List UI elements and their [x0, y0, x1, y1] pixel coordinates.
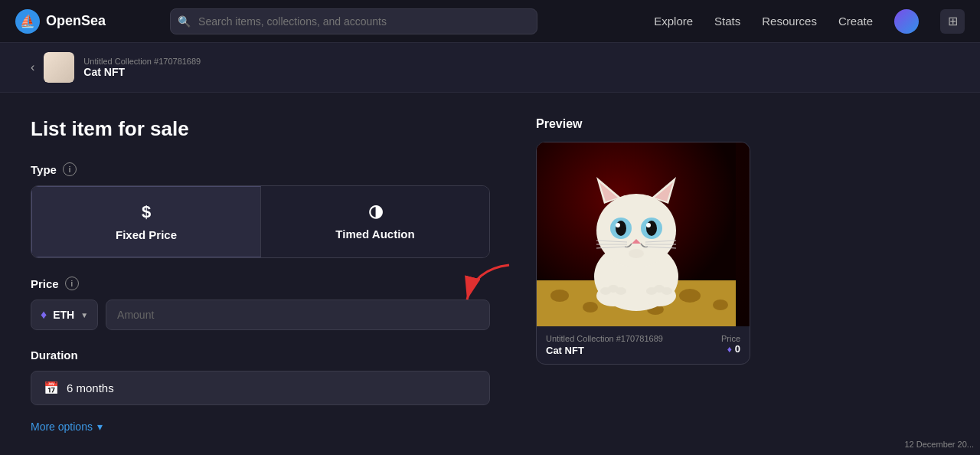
svg-point-9	[713, 300, 728, 310]
wallet-icon[interactable]: ⊞	[940, 9, 965, 34]
more-options-label: More options	[31, 421, 93, 433]
nav-resources[interactable]: Resources	[762, 15, 817, 28]
duration-field-label: Duration	[31, 349, 490, 362]
price-info-icon[interactable]: i	[65, 277, 79, 290]
amount-input[interactable]	[106, 300, 490, 330]
price-row: ♦ ETH ▼	[31, 300, 490, 330]
nft-thumbnail	[44, 52, 74, 83]
navbar: ⛵ OpenSea 🔍 Explore Stats Resources Crea…	[0, 0, 980, 43]
type-info-icon[interactable]: i	[63, 162, 77, 176]
avatar[interactable]	[894, 9, 919, 34]
preview-collection: Untitled Collection #170781689	[546, 334, 663, 343]
preview-price-label: Price	[721, 334, 740, 343]
preview-info: Untitled Collection #170781689 Cat NFT P…	[537, 326, 750, 364]
price-field-label: Price i	[31, 277, 490, 290]
chevron-down-icon: ▼	[80, 311, 88, 319]
cat-image	[537, 142, 750, 326]
duration-field[interactable]: 📅 6 months	[31, 371, 490, 405]
svg-point-19	[646, 221, 657, 236]
nft-thumb-img	[44, 52, 74, 83]
svg-point-4	[550, 290, 569, 302]
preview-nft-name: Cat NFT	[546, 345, 663, 356]
cat-svg	[537, 142, 736, 326]
date-label: 12 December 20...	[905, 440, 975, 449]
svg-point-33	[616, 287, 626, 295]
nav-stats[interactable]: Stats	[714, 15, 740, 28]
timed-auction-option[interactable]: ◑ Timed Auction	[261, 186, 489, 257]
breadcrumb-collection: Untitled Collection #170781689	[83, 57, 201, 66]
svg-point-20	[616, 223, 620, 228]
more-options-chevron: ▾	[97, 421, 103, 433]
type-field-label: Type i	[31, 162, 490, 176]
nav-explore[interactable]: Explore	[654, 15, 693, 28]
calendar-icon: 📅	[44, 381, 59, 395]
type-selector: $ Fixed Price ◑ Timed Auction	[31, 185, 490, 258]
breadcrumb-nft-name: Cat NFT	[83, 66, 201, 78]
svg-point-5	[583, 302, 598, 313]
fixed-price-icon: $	[142, 202, 151, 222]
main-content: List item for sale Type i $ Fixed Price …	[0, 93, 980, 455]
page-title: List item for sale	[31, 117, 490, 141]
currency-label: ETH	[53, 309, 74, 321]
search-input[interactable]	[170, 8, 537, 34]
preview-nft-info: Untitled Collection #170781689 Cat NFT	[546, 334, 663, 356]
svg-point-18	[616, 221, 626, 236]
preview-price-value: ♦ 0	[721, 343, 740, 355]
breadcrumb-text: Untitled Collection #170781689 Cat NFT	[83, 57, 201, 78]
logo[interactable]: ⛵ OpenSea	[15, 9, 106, 34]
preview-section: Preview	[536, 117, 750, 437]
svg-point-36	[662, 287, 672, 295]
currency-select[interactable]: ♦ ETH ▼	[31, 300, 98, 330]
preview-card: Untitled Collection #170781689 Cat NFT P…	[536, 142, 750, 365]
price-row-wrapper: ♦ ETH ▼	[31, 300, 490, 330]
breadcrumb: ‹ Untitled Collection #170781689 Cat NFT	[0, 43, 980, 93]
preview-title: Preview	[536, 117, 750, 131]
timed-auction-icon: ◑	[368, 201, 383, 221]
duration-label-text: Duration	[31, 349, 78, 362]
preview-price-info: Price ♦ 0	[721, 334, 740, 355]
fixed-price-option[interactable]: $ Fixed Price	[31, 186, 261, 257]
svg-point-21	[646, 223, 651, 228]
back-arrow[interactable]: ‹	[31, 61, 34, 74]
preview-price-number: 0	[735, 343, 740, 355]
nav-create[interactable]: Create	[838, 15, 873, 28]
more-options[interactable]: More options ▾	[31, 421, 490, 433]
search-bar: 🔍	[170, 8, 537, 34]
search-icon: 🔍	[178, 15, 191, 28]
logo-icon: ⛵	[15, 9, 40, 34]
duration-value: 6 months	[67, 381, 114, 394]
nav-links: Explore Stats Resources Create ⊞	[654, 9, 965, 34]
price-label-text: Price	[31, 277, 59, 290]
timed-auction-label: Timed Auction	[335, 228, 414, 241]
logo-text: OpenSea	[46, 13, 106, 29]
svg-point-8	[679, 289, 701, 303]
eth-diamond-icon: ♦	[41, 308, 47, 322]
form-section: List item for sale Type i $ Fixed Price …	[31, 117, 490, 437]
fixed-price-label: Fixed Price	[116, 228, 177, 241]
svg-point-37	[629, 249, 644, 258]
type-label-text: Type	[31, 163, 57, 176]
preview-eth-icon: ♦	[727, 344, 732, 355]
